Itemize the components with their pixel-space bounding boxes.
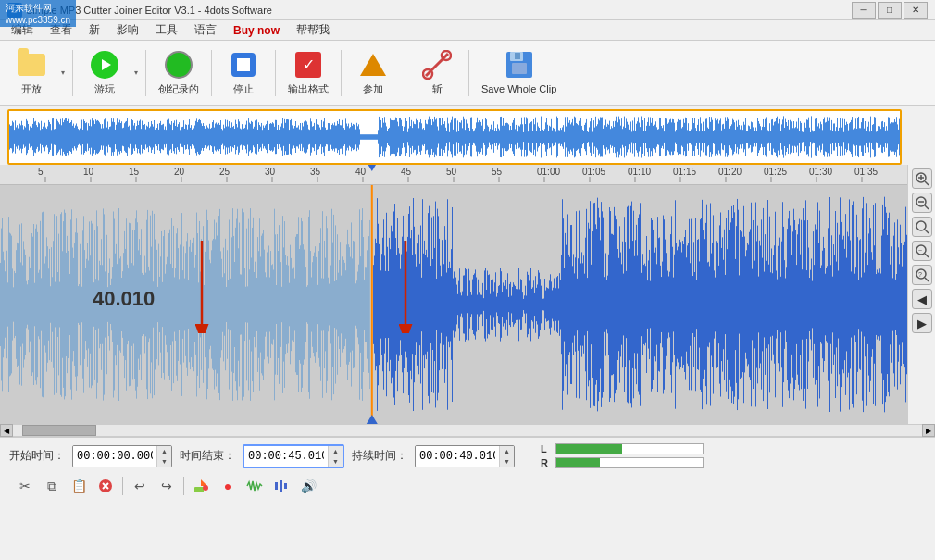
end-time-down[interactable]: ▼ bbox=[329, 456, 343, 467]
save-icon bbox=[505, 50, 534, 80]
scroll-left-button[interactable]: ◀ bbox=[912, 289, 932, 309]
menu-buy[interactable]: Buy now bbox=[226, 22, 287, 39]
toolbar-sep-4 bbox=[275, 50, 276, 96]
menu-language[interactable]: 语言 bbox=[187, 20, 224, 40]
volume-button[interactable]: 🔊 bbox=[296, 474, 320, 498]
copy-button[interactable]: ⧉ bbox=[40, 474, 64, 498]
start-time-down[interactable]: ▼ bbox=[157, 456, 171, 467]
edit2-button[interactable] bbox=[189, 474, 213, 498]
record2-button[interactable]: ● bbox=[216, 474, 240, 498]
svg-rect-33 bbox=[280, 480, 282, 492]
duration-spin: ▲ ▼ bbox=[499, 446, 514, 467]
open-dropdown-arrow[interactable]: ▾ bbox=[61, 68, 65, 77]
end-time-input[interactable] bbox=[244, 446, 328, 467]
waveform-btn[interactable] bbox=[243, 474, 267, 498]
open-button[interactable]: 开放 bbox=[7, 45, 56, 101]
stop-label: 停止 bbox=[233, 83, 254, 95]
duration-label: 持续时间： bbox=[352, 448, 407, 464]
duration-input[interactable] bbox=[416, 446, 499, 467]
scissors-icon bbox=[422, 50, 452, 80]
join-button[interactable]: 参加 bbox=[349, 45, 397, 101]
format-label: 输出格式 bbox=[288, 83, 329, 95]
menu-edit[interactable]: 编辑 bbox=[4, 20, 41, 40]
cut-button[interactable]: 斩 bbox=[413, 45, 461, 101]
join-label: 参加 bbox=[363, 83, 383, 95]
menu-effects[interactable]: 影响 bbox=[109, 20, 146, 40]
scroll-left-btn[interactable]: ◀ bbox=[0, 424, 13, 437]
delete-button[interactable] bbox=[94, 474, 118, 498]
svg-line-24 bbox=[925, 278, 929, 281]
scroll-thumb[interactable] bbox=[22, 425, 96, 436]
duration-up[interactable]: ▲ bbox=[500, 446, 514, 456]
end-time-input-wrap[interactable]: ▲ ▼ bbox=[243, 444, 344, 468]
zoom-in-button[interactable] bbox=[912, 168, 932, 189]
toolbar-sep-6 bbox=[405, 50, 405, 96]
end-time-up[interactable]: ▲ bbox=[329, 446, 343, 456]
stop-button[interactable]: 停止 bbox=[219, 45, 268, 101]
svg-marker-30 bbox=[201, 479, 207, 486]
save-label: Save Whole Clip bbox=[481, 83, 556, 95]
start-time-up[interactable]: ▲ bbox=[157, 446, 171, 456]
svg-rect-29 bbox=[194, 487, 204, 492]
close-button[interactable]: ✕ bbox=[904, 2, 928, 19]
cut2-button[interactable]: ✂ bbox=[13, 474, 37, 498]
zoom-custom-icon: ? bbox=[915, 268, 929, 282]
toolbar2-sep-2 bbox=[183, 477, 184, 495]
toolbar2-sep-1 bbox=[122, 477, 123, 495]
start-arrow-svg bbox=[183, 241, 220, 333]
minimize-button[interactable]: ─ bbox=[852, 2, 876, 19]
toolbar-sep-2 bbox=[145, 50, 146, 96]
svg-rect-34 bbox=[284, 483, 287, 489]
toolbar-sep-5 bbox=[341, 50, 342, 96]
svg-text:?: ? bbox=[918, 271, 922, 278]
delete-icon bbox=[98, 479, 113, 493]
play-dropdown-arrow[interactable]: ▾ bbox=[134, 68, 138, 77]
menu-tools[interactable]: 工具 bbox=[148, 20, 185, 40]
zoom-out-icon bbox=[915, 195, 929, 210]
toolbar2: ✂ ⧉ 📋 ↩ ↪ ● bbox=[9, 474, 926, 498]
play-icon bbox=[90, 50, 119, 80]
waveform2-icon bbox=[273, 479, 290, 493]
zoom-out-button[interactable] bbox=[912, 193, 932, 213]
zoom-fit-icon bbox=[915, 219, 929, 234]
format-button[interactable]: 输出格式 bbox=[283, 45, 333, 101]
zoom-fit-button[interactable] bbox=[912, 217, 932, 237]
paste-button[interactable]: 📋 bbox=[67, 474, 91, 498]
vu-l-row: L bbox=[541, 443, 704, 454]
maximize-button[interactable]: □ bbox=[878, 2, 902, 19]
menu-new[interactable]: 新 bbox=[81, 20, 107, 40]
time-row: 开始时间： ▲ ▼ 时间结束： ▲ ▼ 持续时间： bbox=[9, 443, 926, 468]
svg-line-12 bbox=[925, 181, 929, 185]
svg-point-18 bbox=[916, 221, 926, 230]
start-time-input[interactable] bbox=[73, 446, 156, 467]
zoom-selection-button[interactable]: ~ bbox=[912, 241, 932, 261]
toolbar-sep-3 bbox=[211, 50, 212, 96]
start-time-input-wrap[interactable]: ▲ ▼ bbox=[72, 445, 172, 467]
scroll-right-btn[interactable]: ▶ bbox=[922, 424, 935, 437]
waveform-main[interactable]: 40.010 bbox=[0, 185, 907, 424]
time-display: 40.010 bbox=[93, 287, 155, 311]
scroll-track[interactable] bbox=[13, 425, 922, 436]
vu-r-bar bbox=[555, 457, 704, 468]
undo-button[interactable]: ↩ bbox=[128, 474, 152, 498]
h-scrollbar[interactable]: ◀ ▶ bbox=[0, 424, 935, 437]
timeline-ruler bbox=[0, 165, 907, 185]
duration-down[interactable]: ▼ bbox=[500, 456, 514, 467]
toolbar: 开放 ▾ 游玩 ▾ 创纪录的 停止 bbox=[0, 41, 935, 106]
join-icon bbox=[358, 50, 388, 80]
zoom-custom-button[interactable]: ? bbox=[912, 265, 932, 285]
edit-icon bbox=[193, 479, 208, 493]
waveform2-btn[interactable] bbox=[269, 474, 293, 498]
duration-input-wrap[interactable]: ▲ ▼ bbox=[415, 445, 515, 467]
record-button[interactable]: 创纪录的 bbox=[154, 45, 204, 101]
menu-help[interactable]: 帮帮我 bbox=[289, 20, 337, 40]
play-button[interactable]: 游玩 bbox=[81, 45, 129, 101]
redo-button[interactable]: ↪ bbox=[155, 474, 179, 498]
menu-view[interactable]: 查看 bbox=[43, 20, 80, 40]
scroll-right-button[interactable]: ▶ bbox=[912, 313, 932, 333]
window-controls: ─ □ ✕ bbox=[852, 2, 928, 19]
main-waveform-area: 40.010 bbox=[0, 165, 935, 424]
save-button[interactable]: Save Whole Clip bbox=[477, 45, 561, 101]
vu-r-fill bbox=[556, 458, 600, 467]
vu-meters: L R bbox=[541, 443, 704, 468]
